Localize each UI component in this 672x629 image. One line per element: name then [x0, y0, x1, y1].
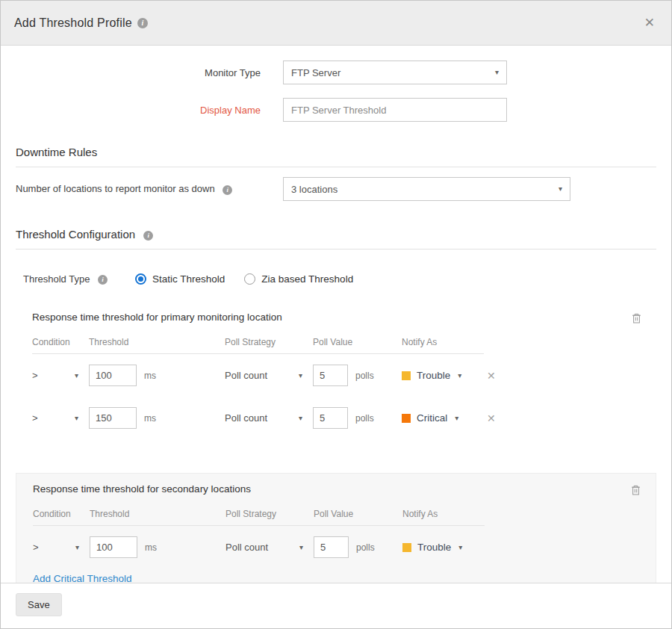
locations-value: 3 locations	[291, 184, 337, 195]
severity-color-swatch	[402, 414, 411, 423]
dialog-body: Monitor Type FTP Server ▾ Display Name D…	[1, 46, 671, 583]
poll-unit: polls	[356, 542, 375, 553]
poll-strategy-select[interactable]: Poll count ▾	[225, 412, 302, 424]
chevron-down-icon: ▾	[299, 372, 302, 379]
dialog-header: Add Threshold Profile i ✕	[1, 1, 671, 46]
trash-icon[interactable]	[629, 483, 642, 497]
downtime-rules-section: Downtime Rules Number of locations to re…	[16, 146, 656, 201]
monitor-type-row: Monitor Type FTP Server ▾	[16, 61, 656, 84]
chevron-down-icon: ▾	[559, 185, 562, 193]
notify-as-select[interactable]: Trouble ▾	[402, 370, 484, 381]
notify-as-select[interactable]: Critical ▾	[402, 412, 484, 424]
threshold-row: > ▾ ms Poll count ▾ polls	[33, 536, 642, 558]
radio-static-threshold[interactable]: Static Threshold	[135, 273, 225, 285]
threshold-type-label: Threshold Type i	[23, 273, 135, 285]
radio-selected-icon	[135, 273, 146, 285]
save-button[interactable]: Save	[16, 593, 62, 616]
poll-strategy-select[interactable]: Poll count ▾	[225, 370, 302, 381]
trash-icon[interactable]	[630, 312, 643, 325]
locations-select[interactable]: 3 locations ▾	[283, 177, 570, 201]
threshold-table-header: Condition Threshold Poll Strategy Poll V…	[32, 325, 484, 354]
threshold-type-row: Threshold Type i Static Threshold Zia ba…	[23, 273, 656, 285]
monitor-type-select[interactable]: FTP Server ▾	[283, 61, 507, 84]
condition-select[interactable]: > ▾	[33, 542, 79, 553]
condition-select[interactable]: > ▾	[32, 370, 78, 381]
secondary-panel-title: Response time threshold for secondary lo…	[33, 483, 251, 495]
info-icon[interactable]: i	[137, 18, 148, 28]
remove-row-icon[interactable]: ✕	[487, 412, 496, 424]
chevron-down-icon: ▾	[299, 415, 302, 422]
chevron-down-icon: ▾	[75, 544, 79, 551]
primary-threshold-panel: Response time threshold for primary moni…	[16, 302, 656, 444]
display-name-label: Display Name	[16, 105, 261, 116]
locations-row: Number of locations to report monitor as…	[16, 177, 656, 201]
chevron-down-icon: ▾	[299, 544, 303, 551]
section-divider	[16, 167, 656, 167]
monitor-type-value: FTP Server	[291, 67, 340, 78]
info-icon[interactable]: i	[143, 231, 153, 241]
poll-value-input[interactable]	[314, 536, 349, 558]
radio-zia-based-threshold[interactable]: Zia based Threshold	[244, 273, 353, 285]
close-icon[interactable]: ✕	[641, 13, 658, 32]
poll-value-input[interactable]	[313, 365, 348, 386]
info-icon[interactable]: i	[98, 275, 108, 285]
threshold-row: > ▾ ms Poll count ▾ polls	[32, 365, 643, 386]
info-icon[interactable]: i	[223, 185, 232, 195]
poll-value-input[interactable]	[313, 407, 348, 429]
add-critical-threshold-link[interactable]: Add Critical Threshold	[33, 573, 132, 583]
threshold-value-input[interactable]	[89, 407, 137, 429]
notify-as-select[interactable]: Trouble ▾	[402, 542, 485, 553]
chevron-down-icon: ▾	[75, 415, 78, 422]
threshold-unit: ms	[145, 542, 157, 553]
display-name-row: Display Name	[16, 98, 656, 122]
severity-color-swatch	[402, 371, 411, 380]
chevron-down-icon: ▾	[455, 415, 458, 422]
chevron-down-icon: ▾	[75, 372, 78, 379]
poll-strategy-select[interactable]: Poll count ▾	[225, 542, 303, 553]
radio-unselected-icon	[244, 273, 255, 285]
section-divider	[16, 249, 656, 250]
downtime-rules-title: Downtime Rules	[16, 146, 656, 158]
threshold-config-title: Threshold Configuration i	[16, 228, 656, 241]
poll-unit: polls	[355, 371, 374, 381]
threshold-unit: ms	[144, 413, 156, 424]
display-name-input[interactable]	[283, 98, 507, 122]
threshold-value-input[interactable]	[89, 365, 137, 386]
monitor-type-label: Monitor Type	[16, 67, 261, 78]
threshold-table-header: Condition Threshold Poll Strategy Poll V…	[33, 497, 485, 526]
poll-unit: polls	[355, 413, 374, 424]
threshold-row: > ▾ ms Poll count ▾ polls	[32, 407, 643, 429]
remove-row-icon[interactable]: ✕	[487, 370, 496, 382]
locations-label: Number of locations to report monitor as…	[16, 183, 283, 194]
severity-color-swatch	[402, 543, 411, 552]
threshold-unit: ms	[144, 371, 156, 381]
chevron-down-icon: ▾	[458, 372, 461, 379]
dialog-title: Add Threshold Profile	[14, 16, 132, 30]
condition-select[interactable]: > ▾	[32, 412, 78, 424]
threshold-config-section: Threshold Configuration i Threshold Type…	[16, 228, 656, 583]
dialog-footer: Save	[1, 583, 671, 628]
chevron-down-icon: ▾	[495, 69, 499, 76]
add-threshold-profile-dialog: Add Threshold Profile i ✕ Monitor Type F…	[0, 0, 672, 629]
chevron-down-icon: ▾	[458, 544, 462, 551]
primary-panel-title: Response time threshold for primary moni…	[32, 312, 282, 323]
secondary-threshold-panel: Response time threshold for secondary lo…	[16, 473, 656, 583]
threshold-value-input[interactable]	[90, 536, 137, 558]
